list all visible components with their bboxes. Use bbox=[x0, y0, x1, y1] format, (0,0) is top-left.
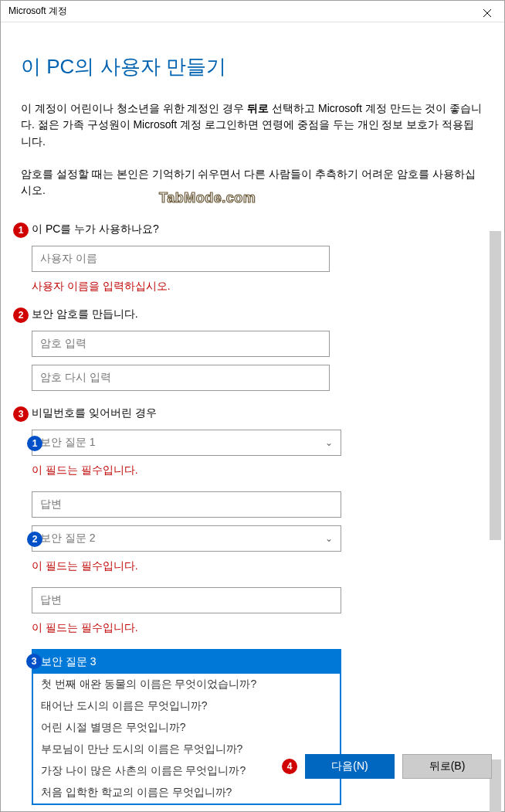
a1-placeholder: 답변 bbox=[40, 498, 62, 511]
button-bar: 4 다음(N) 뒤로(B) bbox=[282, 754, 492, 779]
close-icon bbox=[483, 9, 491, 17]
password-input[interactable]: 암호 입력 bbox=[32, 331, 330, 357]
security-question-2-select[interactable]: 2 보안 질문 2 ⌄ bbox=[32, 525, 341, 552]
confirm-password-placeholder: 암호 다시 입력 bbox=[40, 371, 111, 385]
q2-error: 이 필드는 필수입니다. bbox=[32, 559, 484, 573]
answer-2-input[interactable]: 답변 bbox=[32, 587, 341, 613]
a2-error: 이 필드는 필수입니다. bbox=[32, 621, 484, 635]
window-title: Microsoft 계정 bbox=[8, 5, 67, 18]
q1-placeholder: 보안 질문 1 bbox=[40, 436, 96, 450]
annotation-badge-1: 1 bbox=[13, 223, 29, 238]
titlebar: Microsoft 계정 bbox=[1, 1, 504, 22]
scrollbar-thumb[interactable] bbox=[490, 231, 501, 540]
username-placeholder: 사용자 이름 bbox=[40, 252, 97, 266]
q3-selected-label: 보안 질문 3 bbox=[41, 655, 97, 669]
description-2: 암호를 설정할 때는 본인은 기억하기 쉬우면서 다른 사람들이 추측하기 어려… bbox=[21, 166, 484, 199]
form-area: 1 이 PC를 누가 사용하나요? 사용자 이름 사용자 이름을 입력하십시오.… bbox=[21, 223, 484, 805]
security-question-3-select-open[interactable]: 3 보안 질문 3 첫 번째 애완 동물의 이름은 무엇이었습니까? 태어난 도… bbox=[32, 649, 341, 805]
section-label-security: 비밀번호를 잊어버린 경우 bbox=[32, 406, 484, 420]
annotation-badge-4: 4 bbox=[282, 759, 297, 774]
section-label-username: 이 PC를 누가 사용하나요? bbox=[32, 223, 484, 236]
sub-badge-3: 3 bbox=[26, 654, 42, 669]
content-area: 이 PC의 사용자 만들기 이 계정이 어린이나 청소년을 위한 계정인 경우 … bbox=[1, 22, 504, 811]
chevron-down-icon: ⌄ bbox=[325, 533, 333, 544]
q3-selected-option[interactable]: 3 보안 질문 3 bbox=[33, 651, 340, 674]
page-title: 이 PC의 사용자 만들기 bbox=[21, 53, 484, 80]
back-button[interactable]: 뒤로(B) bbox=[402, 754, 492, 779]
q2-placeholder: 보안 질문 2 bbox=[40, 532, 96, 545]
username-input[interactable]: 사용자 이름 bbox=[32, 246, 330, 272]
chevron-down-icon: ⌄ bbox=[325, 437, 333, 448]
section-password: 2 보안 암호를 만듭니다. 암호 입력 암호 다시 입력 bbox=[21, 307, 484, 391]
section-username: 1 이 PC를 누가 사용하나요? 사용자 이름 사용자 이름을 입력하십시오. bbox=[21, 223, 484, 294]
security-question-1-select[interactable]: 1 보안 질문 1 ⌄ bbox=[32, 430, 341, 456]
confirm-password-input[interactable]: 암호 다시 입력 bbox=[32, 365, 330, 391]
username-error: 사용자 이름을 입력하십시오. bbox=[32, 280, 484, 294]
annotation-badge-3: 3 bbox=[13, 406, 29, 422]
q3-option-2[interactable]: 태어난 도시의 이름은 무엇입니까? bbox=[33, 695, 340, 717]
q3-option-6[interactable]: 처음 입학한 학교의 이름은 무엇입니까? bbox=[33, 782, 340, 804]
answer-1-input[interactable]: 답변 bbox=[32, 491, 341, 518]
next-button[interactable]: 다음(N) bbox=[305, 754, 395, 779]
q3-option-3[interactable]: 어린 시절 별명은 무엇입니까? bbox=[33, 717, 340, 739]
sub-badge-1: 1 bbox=[27, 436, 42, 451]
q1-error: 이 필드는 필수입니다. bbox=[32, 464, 484, 477]
section-security-questions: 3 비밀번호를 잊어버린 경우 1 보안 질문 1 ⌄ 이 필드는 필수입니다.… bbox=[21, 406, 484, 805]
sub-badge-2: 2 bbox=[27, 532, 42, 547]
q3-option-1[interactable]: 첫 번째 애완 동물의 이름은 무엇이었습니까? bbox=[33, 674, 340, 695]
description-1: 이 계정이 어린이나 청소년을 위한 계정인 경우 뒤로 선택하고 Micros… bbox=[21, 100, 484, 151]
dialog-window: Microsoft 계정 이 PC의 사용자 만들기 이 계정이 어린이나 청소… bbox=[0, 0, 505, 812]
section-label-password: 보안 암호를 만듭니다. bbox=[32, 307, 484, 321]
annotation-badge-2: 2 bbox=[13, 307, 29, 323]
password-placeholder: 암호 입력 bbox=[40, 337, 86, 351]
a2-placeholder: 답변 bbox=[40, 593, 62, 607]
